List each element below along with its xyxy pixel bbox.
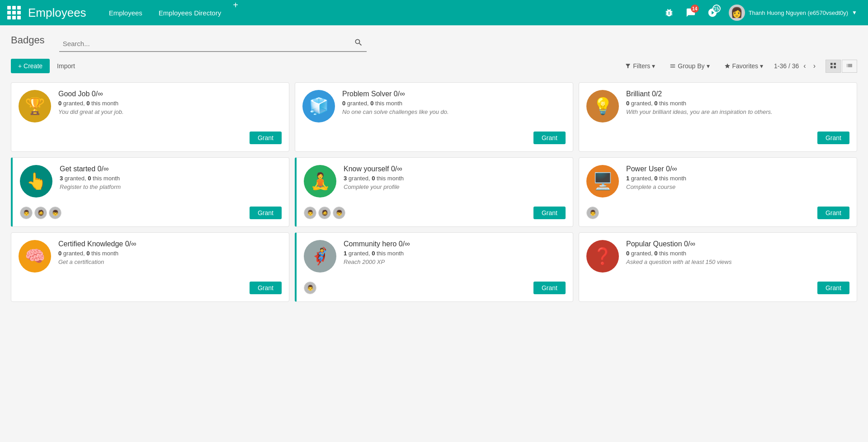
list-view-button[interactable] xyxy=(842,60,857,73)
nav-employees[interactable]: Employees xyxy=(101,0,151,25)
badge-footer: Grant xyxy=(586,132,849,144)
granted-avatar: 👨 xyxy=(304,207,316,219)
kanban-view-button[interactable] xyxy=(826,60,841,73)
search-input[interactable] xyxy=(59,37,350,50)
badge-description: Complete a course xyxy=(626,183,849,190)
badge-footer: 👨 Grant xyxy=(304,282,566,294)
badge-icon: 🧊 xyxy=(302,90,335,122)
debug-icon[interactable] xyxy=(660,4,678,22)
badge-icon: 👆 xyxy=(20,165,52,197)
messages-badge: 14 xyxy=(691,5,699,13)
nav-employees-directory[interactable]: Employees Directory xyxy=(151,0,229,25)
filters-button[interactable]: Filters ▾ xyxy=(621,61,659,71)
badge-description: Register to the platform xyxy=(60,183,282,190)
activity-icon[interactable]: 15 xyxy=(703,4,722,22)
badge-footer: 👨 Grant xyxy=(586,207,849,219)
search-submit-button[interactable] xyxy=(350,36,367,51)
badge-card: 🧘 Know yourself 0/∞ 3 granted, 0 this mo… xyxy=(295,157,573,227)
grant-button[interactable]: Grant xyxy=(250,282,282,294)
badge-description: With your brilliant ideas, you are an in… xyxy=(626,108,849,115)
grant-button[interactable]: Grant xyxy=(533,282,566,294)
groupby-button[interactable]: Group By ▾ xyxy=(666,61,713,71)
apps-menu-icon[interactable] xyxy=(7,6,21,19)
favorites-button[interactable]: Favorites ▾ xyxy=(721,61,767,71)
messages-icon[interactable]: 14 xyxy=(682,4,700,22)
badge-name: Certified Knowledge 0/∞ xyxy=(58,240,282,248)
action-right: Filters ▾ Group By ▾ Favorites ▾ 1-36 / … xyxy=(621,60,857,73)
badge-name: Community hero 0/∞ xyxy=(344,240,566,248)
badge-info: Know yourself 0/∞ 3 granted, 0 this mont… xyxy=(344,165,566,190)
grant-button[interactable]: Grant xyxy=(533,207,566,219)
badge-icon: 🏆 xyxy=(19,90,51,122)
badge-stats: 0 granted, 0 this month xyxy=(626,100,849,107)
badge-description: Asked a question with at least 150 views xyxy=(626,259,849,265)
badge-card: ❓ Popular Question 0/∞ 0 granted, 0 this… xyxy=(579,232,857,302)
badge-info: Power User 0/∞ 1 granted, 0 this month C… xyxy=(626,165,849,190)
granted-avatar: 🧔 xyxy=(34,207,47,219)
badge-avatars: 👨🧔👦 xyxy=(304,207,345,219)
badge-card-top: 🖥️ Power User 0/∞ 1 granted, 0 this mont… xyxy=(586,165,849,197)
badge-description: Complete your profile xyxy=(344,183,566,190)
badge-stats: 1 granted, 0 this month xyxy=(626,175,849,182)
main-content: Badges + Create Import Filters ▾ Group B… xyxy=(0,25,868,311)
granted-avatar: 👨 xyxy=(586,207,599,219)
topbar-icons: 14 15 👩 Thanh Huong Nguyen (e6570vsedt0y… xyxy=(660,4,861,22)
pagination: 1-36 / 36 ‹ › xyxy=(774,61,818,71)
badge-footer: 👨🧔👦 Grant xyxy=(20,207,282,219)
user-menu[interactable]: 👩 Thanh Huong Nguyen (e6570vsedt0y) ▼ xyxy=(725,5,861,21)
badge-card-top: 🧠 Certified Knowledge 0/∞ 0 granted, 0 t… xyxy=(19,240,282,273)
badge-info: Problem Solver 0/∞ 0 granted, 0 this mon… xyxy=(342,90,566,115)
favorites-arrow: ▾ xyxy=(760,62,763,70)
user-dropdown-arrow: ▼ xyxy=(852,9,857,16)
app-name: Employees xyxy=(28,6,86,20)
view-toggle xyxy=(826,60,857,73)
badge-card: 🧠 Certified Knowledge 0/∞ 0 granted, 0 t… xyxy=(11,232,289,302)
badge-card-top: ❓ Popular Question 0/∞ 0 granted, 0 this… xyxy=(586,240,849,273)
import-button[interactable]: Import xyxy=(52,59,80,73)
badge-footer: Grant xyxy=(19,282,282,294)
badge-card: 🧊 Problem Solver 0/∞ 0 granted, 0 this m… xyxy=(295,82,573,152)
badge-avatars: 👨 xyxy=(586,207,599,219)
badge-stats: 0 granted, 0 this month xyxy=(626,250,849,257)
granted-avatar: 👦 xyxy=(333,207,345,219)
avatar: 👩 xyxy=(729,5,745,21)
add-tab-icon[interactable]: + xyxy=(229,0,242,25)
badge-card: 👆 Get started 0/∞ 3 granted, 0 this mont… xyxy=(11,157,289,227)
badge-card-top: 🏆 Good Job 0/∞ 0 granted, 0 this month Y… xyxy=(19,90,282,122)
badge-name: Get started 0/∞ xyxy=(60,165,282,173)
grant-button[interactable]: Grant xyxy=(817,282,849,294)
badge-name: Popular Question 0/∞ xyxy=(626,240,849,248)
grant-button[interactable]: Grant xyxy=(250,132,282,144)
favorites-label: Favorites xyxy=(732,62,759,70)
cards-grid: 🏆 Good Job 0/∞ 0 granted, 0 this month Y… xyxy=(11,82,857,302)
activity-badge: 15 xyxy=(712,5,721,13)
badge-stats: 0 granted, 0 this month xyxy=(58,250,282,257)
groupby-arrow: ▾ xyxy=(707,62,710,70)
badge-name: Problem Solver 0/∞ xyxy=(342,90,566,98)
badge-icon: 🧘 xyxy=(304,165,336,197)
grant-button[interactable]: Grant xyxy=(533,132,566,144)
granted-avatar: 🧔 xyxy=(318,207,331,219)
granted-avatar: 👨 xyxy=(20,207,33,219)
badge-icon: 💡 xyxy=(586,90,619,122)
prev-page-button[interactable]: ‹ xyxy=(801,61,808,71)
badge-footer: Grant xyxy=(302,132,566,144)
badge-info: Brilliant 0/2 0 granted, 0 this month Wi… xyxy=(626,90,849,115)
badge-description: Reach 2000 XP xyxy=(344,259,566,265)
badge-card-top: 🧘 Know yourself 0/∞ 3 granted, 0 this mo… xyxy=(304,165,566,197)
grant-button[interactable]: Grant xyxy=(817,207,849,219)
next-page-button[interactable]: › xyxy=(811,61,818,71)
badge-stats: 0 granted, 0 this month xyxy=(58,100,282,107)
badge-description: Get a certification xyxy=(58,259,282,265)
badge-card: 💡 Brilliant 0/2 0 granted, 0 this month … xyxy=(579,82,857,152)
granted-avatar: 👨 xyxy=(304,282,316,294)
username: Thanh Huong Nguyen (e6570vsedt0y) xyxy=(749,9,848,16)
badge-stats: 3 granted, 0 this month xyxy=(60,175,282,182)
badge-avatars: 👨 xyxy=(304,282,316,294)
grant-button[interactable]: Grant xyxy=(250,207,282,219)
create-button[interactable]: + Create xyxy=(11,59,50,73)
badge-name: Power User 0/∞ xyxy=(626,165,849,173)
grant-button[interactable]: Grant xyxy=(817,132,849,144)
topbar: Employees Employees Employees Directory … xyxy=(0,0,868,25)
pagination-text: 1-36 / 36 xyxy=(774,62,799,70)
